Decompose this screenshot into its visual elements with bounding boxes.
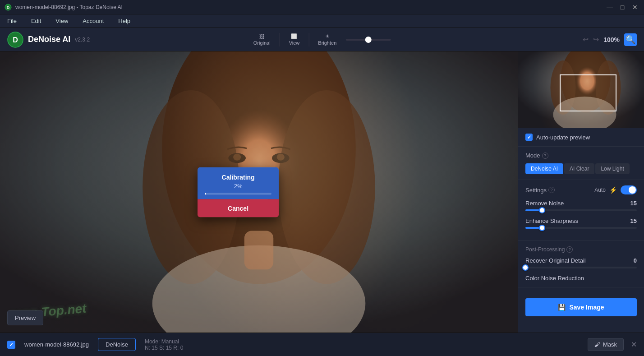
post-processing-label-text: Post-Processing <box>525 246 565 253</box>
menu-view[interactable]: View <box>53 16 71 26</box>
denoise-button[interactable]: DeNoise <box>98 338 136 351</box>
redo-button[interactable]: ↪ <box>593 35 599 44</box>
original-button[interactable]: 🖼 Original <box>253 34 271 46</box>
enhance-sharpness-value: 15 <box>630 217 637 224</box>
app-icon: D <box>5 4 12 11</box>
status-checkbox[interactable] <box>7 341 15 349</box>
lightning-icon: ⚡ <box>609 186 617 194</box>
auto-label: Auto <box>594 187 606 193</box>
maximize-button[interactable]: □ <box>618 3 627 12</box>
original-label: Original <box>253 40 271 46</box>
svg-point-14 <box>277 154 285 161</box>
calibrating-top: Calibrating 2% <box>198 167 279 199</box>
settings-label: Settings ? <box>525 187 555 194</box>
original-icon: 🖼 <box>259 34 264 39</box>
brand-name: DeNoise AI <box>28 35 70 44</box>
view-label: View <box>289 40 300 46</box>
settings-label-text: Settings <box>525 187 547 194</box>
zoom-icon: 🔍 <box>626 35 635 45</box>
enhance-sharpness-thumb[interactable] <box>539 225 545 231</box>
settings-help-icon[interactable]: ? <box>548 187 555 193</box>
calibrating-cancel-button[interactable]: Cancel <box>198 199 279 217</box>
svg-rect-10 <box>244 231 273 269</box>
menu-file[interactable]: File <box>5 16 19 26</box>
main-layout: Calibrating 2% Cancel prog-Top.net Previ… <box>0 51 644 333</box>
status-right: 🖌 Mask ✕ <box>588 338 637 351</box>
enhance-sharpness-label: Enhance Sharpness <box>525 217 578 224</box>
toggle-knob <box>629 186 636 194</box>
settings-row: Settings ? Auto ⚡ <box>525 185 637 194</box>
toolbar-center: 🖼 Original ⬜ View ☀ Brighten <box>253 33 391 46</box>
calibrating-percent: 2% <box>205 182 271 189</box>
thumbnail-svg <box>518 51 644 128</box>
mask-button[interactable]: 🖌 Mask <box>588 338 624 351</box>
recover-original-track[interactable] <box>525 267 637 268</box>
mode-label: Mode ? <box>525 152 548 159</box>
recover-original-label-row: Recover Original Detail 0 <box>525 257 637 264</box>
thumbnail-image <box>518 51 644 128</box>
svg-text:D: D <box>13 36 18 44</box>
remove-noise-value: 15 <box>630 200 637 207</box>
settings-section: Settings ? Auto ⚡ Remove Noise 15 <box>518 180 644 241</box>
status-params-text: N: 15 S: 15 R: 0 <box>145 345 183 351</box>
mode-row: Mode ? <box>525 152 637 159</box>
remove-noise-label: Remove Noise <box>525 200 564 207</box>
brighten-button[interactable]: ☀ Brighten <box>318 33 336 46</box>
svg-text:D: D <box>7 5 10 10</box>
brightness-thumb[interactable] <box>365 37 371 43</box>
menu-account[interactable]: Account <box>80 16 106 26</box>
thumbnail-area <box>518 51 644 128</box>
toolbar-right: ↩ ↪ 100% 🔍 <box>583 33 637 46</box>
mask-label: Mask <box>603 341 617 348</box>
recover-original-thumb[interactable] <box>522 264 529 271</box>
mode-buttons: DeNoise AI AI Clear Low Light <box>525 163 637 174</box>
undo-button[interactable]: ↩ <box>583 35 589 44</box>
preview-button[interactable]: Preview <box>7 310 43 325</box>
mode-ai-clear-button[interactable]: AI Clear <box>564 163 594 174</box>
toolbar-divider-1 <box>280 33 280 46</box>
enhance-sharpness-label-row: Enhance Sharpness 15 <box>525 217 637 224</box>
canvas-area[interactable]: Calibrating 2% Cancel prog-Top.net Previ… <box>0 51 518 333</box>
minimize-button[interactable]: — <box>605 3 614 12</box>
right-panel: Auto-update preview Mode ? DeNoise AI AI… <box>518 51 644 333</box>
recover-original-label: Recover Original Detail <box>525 257 586 264</box>
brightness-track[interactable] <box>345 39 391 41</box>
save-button[interactable]: 💾 Save Image <box>525 298 637 316</box>
calibrating-dialog: Calibrating 2% Cancel <box>198 167 279 217</box>
remove-noise-track[interactable] <box>525 209 637 211</box>
mode-denoise-ai-button[interactable]: DeNoise AI <box>525 163 563 174</box>
settings-toggle[interactable] <box>621 185 637 194</box>
menubar: File Edit View Account Help <box>0 14 644 28</box>
menu-help[interactable]: Help <box>115 16 133 26</box>
mask-icon: 🖌 <box>594 341 600 348</box>
calibrating-progress-fill <box>205 193 206 194</box>
auto-update-row: Auto-update preview <box>525 134 637 141</box>
calibrating-title: Calibrating <box>205 173 271 180</box>
close-file-button[interactable]: ✕ <box>631 340 637 349</box>
post-processing-label: Post-Processing ? <box>525 246 637 253</box>
mode-low-light-button[interactable]: Low Light <box>595 163 629 174</box>
recover-original-group: Recover Original Detail 0 <box>525 257 637 268</box>
save-icon: 💾 <box>558 304 566 311</box>
close-button[interactable]: ✕ <box>630 3 639 12</box>
undo-redo-group: ↩ ↪ <box>583 35 599 44</box>
post-processing-help-icon[interactable]: ? <box>566 246 573 253</box>
menu-edit[interactable]: Edit <box>28 16 44 26</box>
mode-section: Mode ? DeNoise AI AI Clear Low Light <box>518 147 644 180</box>
view-button[interactable]: ⬜ View <box>289 33 300 46</box>
auto-update-label: Auto-update preview <box>536 134 590 141</box>
auto-update-checkbox[interactable] <box>525 134 533 141</box>
status-mode-group: Mode: Manual N: 15 S: 15 R: 0 <box>145 338 183 351</box>
save-label: Save Image <box>569 304 604 311</box>
status-mode-text: Mode: Manual <box>145 338 183 345</box>
toolbar: D DeNoise AI v2.3.2 🖼 Original ⬜ View ☀ … <box>0 28 644 51</box>
remove-noise-thumb[interactable] <box>539 207 545 213</box>
save-section: 💾 Save Image <box>518 287 644 327</box>
window-title: women-model-88692.jpg - Topaz DeNoise AI <box>15 4 123 10</box>
zoom-level: 100% <box>603 36 620 43</box>
brand-logo: D <box>7 32 23 48</box>
enhance-sharpness-track[interactable] <box>525 227 637 229</box>
mode-help-icon[interactable]: ? <box>542 153 548 159</box>
zoom-button[interactable]: 🔍 <box>624 33 637 46</box>
svg-point-13 <box>233 154 241 161</box>
